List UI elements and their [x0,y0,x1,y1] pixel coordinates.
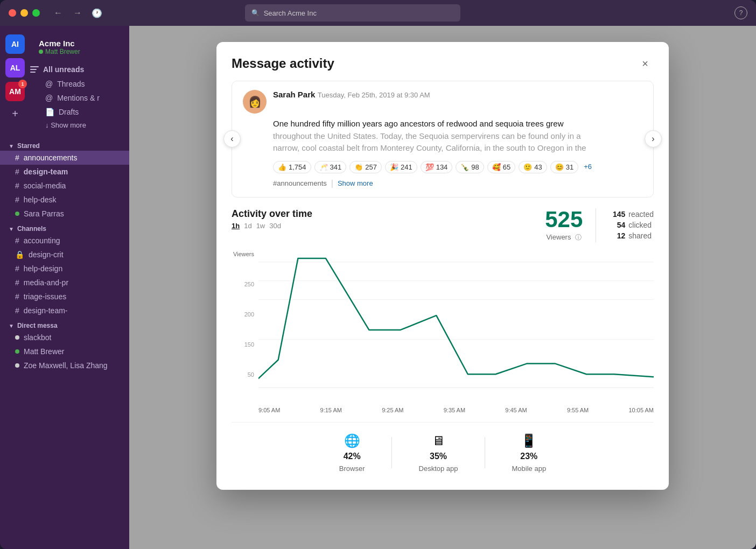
platform-mobile: 📱 23% Mobile app [485,433,573,473]
show-more-link[interactable]: Show more [338,179,373,187]
reaction-happy[interactable]: 😊 31 [550,161,578,173]
reaction-smile[interactable]: 🙂 43 [519,161,547,173]
back-button[interactable]: ← [51,5,66,20]
sidebar-item-accounting[interactable]: # accounting [0,234,129,248]
channels-section-label[interactable]: ▼ Channels [0,221,129,234]
champagne-emoji: 🍾 [460,163,469,171]
time-filters: 1h 1d 1w 30d [232,222,312,230]
avatar-ai[interactable]: AI [5,34,25,54]
minimize-button[interactable] [20,9,28,17]
maximize-button[interactable] [32,9,40,17]
viewers-count-block: 525 Viewers ⓘ [545,208,596,242]
next-message-button[interactable]: › [645,130,662,147]
sidebar-item-social-media[interactable]: # social-media [0,179,129,193]
workspace-name: Acme Inc [39,39,80,48]
reaction-clap[interactable]: 👏 257 [349,161,382,173]
sidebar-item-matt[interactable]: Matt Brewer [0,344,129,358]
search-bar[interactable]: 🔍 Search Acme Inc [245,4,460,22]
traffic-lights [9,9,40,17]
chart-svg [258,251,654,402]
app-window: ← → 🕐 🔍 Search Acme Inc ? AI AL AM 1 [0,0,756,549]
starred-section-label[interactable]: ▼ Starred [0,138,129,151]
workspace-header[interactable]: Acme Inc Matt Brewer [30,32,125,62]
modal-header: Message activity × [216,42,669,81]
filter-1d[interactable]: 1d [244,222,251,230]
activity-chart: Viewers 250 200 150 50 [232,251,654,413]
reaction-champagne[interactable]: 🍾 98 [456,161,484,173]
reaction-party[interactable]: 🎉 241 [385,161,417,173]
sidebar-item-design-crit[interactable]: 🔒 design-crit [0,248,129,262]
channels-chevron: ▼ [9,226,14,232]
group-indicator [15,363,19,368]
reaction-clinking[interactable]: 🥂 341 [314,161,347,173]
sidebar-item-drafts[interactable]: 📄 Drafts [30,105,125,119]
x-label-925: 9:25 AM [382,407,403,413]
message-text: One hundred fifty million years ago ance… [273,118,642,154]
message-text-line2: throughout the United States. Today, the… [273,130,642,143]
threads-icon: @ [45,80,53,88]
sidebar-item-announcements[interactable]: # announcements [0,151,129,165]
chart-plot-area [258,251,654,404]
lock-icon: 🔒 [15,250,24,259]
channel-hash-icon: # [15,278,19,287]
filter-30d[interactable]: 30d [269,222,281,230]
avatar-am[interactable]: AM 1 [5,82,25,101]
filter-1h[interactable]: 1h [232,222,240,230]
channel-hash-icon: # [15,153,19,162]
mobile-icon: 📱 [521,433,537,448]
message-text-line3: narrow, cool coastal belt from Monterey … [273,142,642,154]
help-button[interactable]: ? [734,6,747,19]
search-placeholder: Search Acme Inc [264,9,317,17]
add-workspace-button[interactable]: + [3,105,27,122]
activity-stats: 525 Viewers ⓘ 145 reacted [545,208,654,242]
activity-section: Activity over time 1h 1d 1w 30d [216,208,669,490]
sidebar-item-help-desk[interactable]: # help-desk [0,193,129,207]
history-button[interactable]: 🕐 [89,5,104,20]
stats-detail: 145 reacted 54 clicked 12 [609,210,654,240]
sidebar-item-triage[interactable]: # triage-issues [0,290,129,304]
viewers-info-icon[interactable]: ⓘ [575,234,582,241]
sidebar-item-design-team2[interactable]: # design-team- [0,304,129,318]
sidebar-item-slackbot[interactable]: slackbot [0,330,129,344]
viewers-label: Viewers ⓘ [545,233,583,242]
hearteyes-emoji: 🥰 [492,163,501,171]
dm-section-label[interactable]: ▼ Direct messa [0,318,129,330]
message-author-name: Sarah Park [273,90,315,99]
prev-message-button[interactable]: ‹ [223,130,241,147]
stat-shared: 12 shared [609,231,654,240]
sidebar-item-all-unreads[interactable]: All unreads [30,62,125,77]
sidebar-item-threads[interactable]: @ Threads [30,77,125,91]
activity-title-col: Activity over time 1h 1d 1w 30d [232,208,312,230]
reaction-heart-eyes[interactable]: 🥰 65 [487,161,515,173]
avatar-al[interactable]: AL [5,58,25,78]
sidebar-item-sara[interactable]: Sara Parras [0,207,129,221]
sidebar-show-more-main[interactable]: ↓ Show more [30,119,125,131]
filter-1w[interactable]: 1w [256,222,265,230]
sidebar-item-mentions[interactable]: @ Mentions & r [30,91,125,105]
reaction-100[interactable]: 💯 134 [421,161,453,173]
menu-icon [30,66,39,73]
forward-button[interactable]: → [70,5,85,20]
notification-badge: 1 [18,80,27,88]
extra-reactions[interactable]: +6 [582,161,594,173]
x-label-935: 9:35 AM [444,407,465,413]
modal-close-button[interactable]: × [636,55,654,72]
reaction-thumbsup[interactable]: 👍 1,754 [273,161,311,173]
x-label-915: 9:15 AM [320,407,342,413]
message-tags: #announcements | Show more [273,179,642,188]
platform-desktop: 🖥 35% Desktop app [392,433,485,473]
channel-hash-icon: # [15,236,19,245]
y-value-250: 250 [232,281,254,287]
message-timestamp: Tuesday, Feb 25th, 2019 at 9:30 AM [318,91,430,99]
close-button[interactable] [9,9,16,17]
channel-hash-icon: # [15,306,19,315]
sidebar-item-zoe-lisa[interactable]: Zoe Maxwell, Lisa Zhang [0,358,129,372]
desktop-label: Desktop app [419,464,458,473]
channel-hash-icon: # [15,264,19,273]
x-axis-labels: 9:05 AM 9:15 AM 9:25 AM 9:35 AM 9:45 AM … [258,407,654,413]
modal-overlay: Message activity × ‹ › 👩 Sarah Park Tues… [129,26,756,549]
channel-hash-icon: # [15,167,19,176]
sidebar-item-media[interactable]: # media-and-pr [0,276,129,290]
sidebar-item-design-team[interactable]: # design-team [0,165,129,179]
sidebar-item-help-design[interactable]: # help-design [0,262,129,276]
